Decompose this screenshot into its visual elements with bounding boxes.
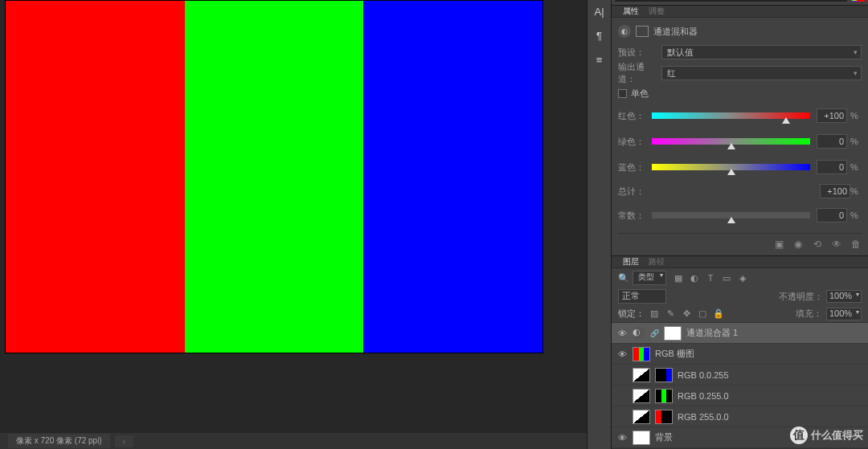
clip-to-layer-icon[interactable]: ▣ <box>773 239 784 250</box>
constant-slider-label: 常数： <box>618 210 645 222</box>
filter-smart-icon[interactable]: ◈ <box>737 272 748 284</box>
layer-item[interactable]: RGB 0.0.255 <box>612 365 868 386</box>
filter-shape-icon[interactable]: ▭ <box>721 272 732 284</box>
adjustment-title: 通道混和器 <box>653 26 698 38</box>
blue-slider[interactable] <box>652 164 810 170</box>
delete-icon[interactable]: 🗑 <box>850 239 862 250</box>
eye-icon[interactable] <box>616 369 628 381</box>
green-slider-label: 绿色： <box>618 136 645 148</box>
search-icon[interactable]: 🔍 <box>618 273 629 284</box>
total-unit: % <box>850 186 862 196</box>
layer-name[interactable]: 背景 <box>655 431 863 443</box>
lock-position-icon[interactable]: ✥ <box>681 308 692 320</box>
eye-icon[interactable]: 👁 <box>616 349 628 360</box>
green-slider[interactable] <box>652 138 810 145</box>
link-icon: 🔗 <box>650 329 659 337</box>
mask-icon[interactable] <box>636 26 649 37</box>
layer-name[interactable]: RGB 255.0.0 <box>678 412 863 422</box>
hue-slider[interactable] <box>852 0 865 2</box>
opacity-input[interactable]: 100% <box>826 290 862 303</box>
eye-icon[interactable] <box>616 390 628 402</box>
layer-name[interactable]: RGB 栅图 <box>655 348 863 360</box>
layer-thumb-icon[interactable] <box>633 389 650 403</box>
eye-icon[interactable]: 👁 <box>616 432 628 443</box>
layer-thumb-icon[interactable] <box>633 368 650 382</box>
properties-panel: ◐ 通道混和器 预设： 默认值 输出通道： 红 单色 红色： +100 % 绿色… <box>612 18 868 255</box>
blend-mode-select[interactable]: 正常 <box>618 289 666 304</box>
eye-icon[interactable]: 👁 <box>616 328 628 339</box>
slider-thumb-icon[interactable] <box>782 117 790 124</box>
layer-mask-thumb[interactable] <box>655 389 673 403</box>
tab-adjustments[interactable]: 调整 <box>644 6 669 17</box>
opacity-label: 不透明度： <box>779 291 823 303</box>
output-channel-select[interactable]: 红 <box>661 66 862 80</box>
total-value: +100 <box>820 184 850 198</box>
layer-item[interactable]: 👁 背景 <box>612 427 868 448</box>
layer-name[interactable]: RGB 0.255.0 <box>678 391 863 401</box>
layer-item[interactable]: RGB 255.0.0 <box>612 406 868 427</box>
blue-slider-row: 蓝色： 0 % <box>618 156 862 178</box>
canvas-viewport[interactable] <box>0 0 587 449</box>
view-previous-icon[interactable]: ◉ <box>792 239 804 250</box>
green-slider-value[interactable]: 0 <box>817 134 847 149</box>
red-slider[interactable] <box>652 112 810 119</box>
lock-artboard-icon[interactable]: ▢ <box>697 308 708 320</box>
lock-pixels-icon[interactable]: ✎ <box>665 308 676 320</box>
layer-mask-thumb[interactable] <box>655 368 673 382</box>
layer-thumb-icon[interactable] <box>633 431 650 445</box>
tab-paths[interactable]: 路径 <box>644 256 669 267</box>
color-picker[interactable] <box>615 0 847 2</box>
layer-name[interactable]: RGB 0.0.255 <box>678 370 863 380</box>
eye-icon[interactable] <box>616 411 628 422</box>
slider-thumb-icon[interactable] <box>727 169 735 175</box>
layer-kind-select[interactable]: 类型 <box>633 271 666 285</box>
monochrome-row: 单色 <box>618 85 862 101</box>
document-tab[interactable]: 像素 x 720 像素 (72 ppi) <box>8 434 110 448</box>
monochrome-checkbox[interactable] <box>618 89 627 98</box>
tab-layers[interactable]: 图层 <box>618 256 644 267</box>
green-slider-unit: % <box>850 137 862 146</box>
constant-slider-value[interactable]: 0 <box>817 208 847 222</box>
slider-thumb-icon[interactable] <box>727 143 735 149</box>
slider-thumb-icon[interactable] <box>727 217 735 223</box>
layer-item[interactable]: RGB 0.255.0 <box>612 386 868 406</box>
lock-transparent-icon[interactable]: ▨ <box>649 308 660 320</box>
preset-select[interactable]: 默认值 <box>661 45 862 59</box>
layer-name[interactable]: 通道混合器 1 <box>686 327 863 339</box>
paragraph-tool-icon[interactable]: ¶ <box>592 28 608 43</box>
fill-label: 填充： <box>796 308 822 320</box>
filter-adjustment-icon[interactable]: ◐ <box>689 272 700 284</box>
layer-item[interactable]: 👁 RGB 栅图 <box>612 344 868 365</box>
right-panel-group: 属性 调整 ◐ 通道混和器 预设： 默认值 输出通道： 红 单色 红色： +10… <box>611 0 868 449</box>
vertical-toolbar: A| ¶ ≡ <box>587 0 611 449</box>
document-status-bar: 像素 x 720 像素 (72 ppi) › <box>0 433 587 449</box>
layer-thumb-icon[interactable] <box>633 410 650 424</box>
layers-panel: 🔍 类型 ▦ ◐ T ▭ ◈ 正常 不透明度： 100% 锁定： ▨ ✎ ✥ ▢… <box>612 268 868 449</box>
align-tool-icon[interactable]: ≡ <box>592 52 608 67</box>
constant-slider-unit: % <box>850 210 862 220</box>
layer-mask-thumb[interactable] <box>655 410 673 424</box>
total-row: 总计： +100 % <box>618 182 862 201</box>
layer-list: 👁 ◐ 🔗 通道混合器 1 👁 RGB 栅图 RGB 0.0.255 <box>612 323 868 448</box>
tab-chevron-icon[interactable]: › <box>115 435 133 447</box>
layer-mask-thumb[interactable] <box>664 326 682 341</box>
channel-mixer-icon: ◐ <box>618 25 631 38</box>
blue-slider-value[interactable]: 0 <box>817 160 847 174</box>
red-slider-label: 红色： <box>618 110 645 122</box>
layer-thumb-icon[interactable]: ◐ <box>633 327 645 340</box>
layer-item[interactable]: 👁 ◐ 🔗 通道混合器 1 <box>612 323 868 344</box>
tab-properties[interactable]: 属性 <box>618 6 644 17</box>
properties-panel-header: 属性 调整 <box>612 5 868 18</box>
constant-slider[interactable] <box>652 212 810 218</box>
filter-type-icon[interactable]: T <box>705 272 716 284</box>
filter-pixel-icon[interactable]: ▦ <box>673 272 684 284</box>
visibility-icon[interactable]: 👁 <box>831 239 842 250</box>
layers-lock-bar: 锁定： ▨ ✎ ✥ ▢ 🔒 填充： 100% <box>612 305 868 323</box>
reset-icon[interactable]: ⟲ <box>812 239 823 250</box>
blue-slider-unit: % <box>850 162 862 172</box>
red-slider-value[interactable]: +100 <box>817 108 847 123</box>
lock-all-icon[interactable]: 🔒 <box>713 308 724 320</box>
type-tool-icon[interactable]: A| <box>592 4 608 18</box>
fill-input[interactable]: 100% <box>826 308 862 320</box>
layer-thumb-icon[interactable] <box>633 347 650 361</box>
